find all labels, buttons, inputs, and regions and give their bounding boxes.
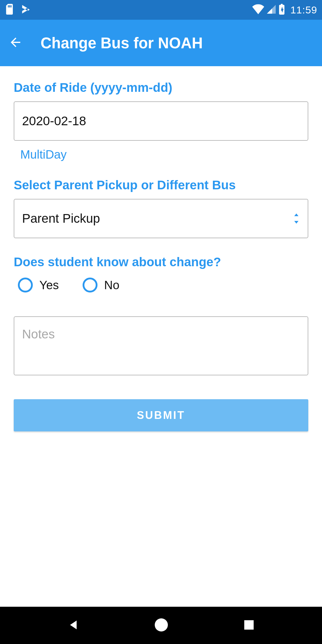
cell-signal-icon: [267, 4, 276, 15]
pickup-select[interactable]: Parent Pickup: [14, 199, 308, 238]
android-nav-bar: [0, 607, 322, 644]
sdcard-icon: [5, 4, 14, 16]
form-content: Date of Ride (yyyy-mm-dd) MultiDay Selec…: [0, 66, 322, 431]
nav-home-icon[interactable]: [154, 618, 168, 633]
nav-back-icon[interactable]: [67, 617, 80, 634]
app-bar: Change Bus for NOAH: [0, 20, 322, 66]
battery-charging-icon: [278, 4, 285, 16]
radio-circle-icon: [18, 278, 33, 292]
multiday-link[interactable]: MultiDay: [20, 148, 67, 161]
date-label: Date of Ride (yyyy-mm-dd): [14, 80, 308, 95]
play-store-icon: [21, 4, 31, 16]
unfold-icon: [293, 213, 300, 224]
nav-recent-icon[interactable]: [243, 619, 255, 632]
back-icon[interactable]: [8, 35, 23, 51]
radio-no[interactable]: No: [83, 278, 119, 292]
radio-yes[interactable]: Yes: [18, 278, 59, 292]
pickup-select-value: Parent Pickup: [22, 211, 100, 226]
radio-no-label: No: [104, 278, 119, 292]
notes-input[interactable]: [14, 316, 308, 375]
status-bar: 11:59: [0, 0, 322, 20]
status-time: 11:59: [290, 4, 317, 16]
knows-label: Does student know about change?: [14, 255, 308, 269]
submit-button[interactable]: SUBMIT: [14, 399, 308, 431]
svg-point-0: [155, 618, 168, 631]
radio-yes-label: Yes: [39, 278, 59, 292]
radio-group: Yes No: [14, 278, 308, 292]
svg-rect-1: [244, 620, 254, 630]
page-title: Change Bus for NOAH: [41, 34, 203, 52]
date-input[interactable]: [14, 101, 308, 141]
wifi-icon: [252, 4, 264, 16]
select-label: Select Parent Pickup or Different Bus: [14, 178, 308, 192]
radio-circle-icon: [83, 278, 97, 292]
